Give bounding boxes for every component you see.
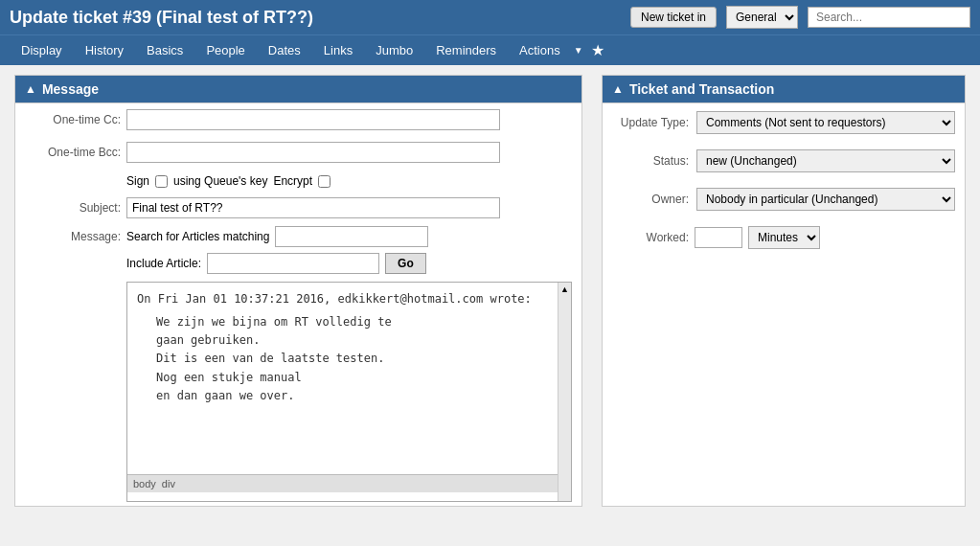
message-panel: ▲ Message One-time Cc: One-time Bcc: Sig… [14, 75, 582, 507]
sign-checkbox[interactable] [155, 175, 168, 188]
queue-select[interactable]: General [726, 6, 798, 29]
status-select[interactable]: new (Unchanged) open stalled resolved [696, 149, 955, 172]
editor-body[interactable]: On Fri Jan 01 10:37:21 2016, edkikkert@h… [127, 283, 571, 474]
subject-input[interactable] [126, 197, 500, 218]
nav-item-display[interactable]: Display [10, 35, 74, 65]
star-icon[interactable]: ★ [583, 37, 612, 63]
encrypt-label: Encrypt [273, 174, 312, 188]
owner-select[interactable]: Nobody in particular (Unchanged) [696, 188, 955, 211]
navigation: Display History Basics People Dates Link… [0, 34, 980, 65]
header: Update ticket #39 (Final test of RT??) N… [0, 0, 980, 34]
nav-item-reminders[interactable]: Reminders [424, 35, 508, 65]
new-ticket-button[interactable]: New ticket in [630, 7, 717, 28]
nav-item-history[interactable]: History [74, 35, 135, 65]
message-panel-title: Message [42, 81, 99, 97]
message-panel-header: ▲ Message [15, 76, 581, 102]
ticket-transaction-title: Ticket and Transaction [629, 81, 774, 97]
nav-item-people[interactable]: People [194, 35, 256, 65]
page-title: Update ticket #39 (Final test of RT??) [10, 8, 621, 28]
editor-wrote-line: On Fri Jan 01 10:37:21 2016, edkikkert@h… [137, 292, 552, 306]
scroll-up-icon: ▲ [560, 284, 569, 294]
ticket-transaction-panel-header: ▲ Ticket and Transaction [603, 76, 965, 102]
message-collapse-icon[interactable]: ▲ [25, 82, 36, 96]
owner-label: Owner: [612, 193, 689, 206]
include-article-row: Include Article: Go [126, 253, 572, 274]
message-row: Message: Search for Articles matching In… [15, 222, 581, 506]
go-button[interactable]: Go [385, 253, 426, 274]
include-article-label: Include Article: [126, 257, 201, 270]
nav-item-basics[interactable]: Basics [135, 35, 194, 65]
message-content: Search for Articles matching Include Art… [126, 226, 572, 502]
one-time-bcc-input[interactable] [126, 142, 500, 163]
sign-label: Sign [126, 174, 149, 188]
search-input[interactable] [808, 7, 970, 28]
editor-toolbar: body div [127, 474, 571, 492]
sign-row: Sign using Queue's key Encrypt [117, 169, 581, 193]
time-unit-select[interactable]: Minutes Hours Days [748, 226, 820, 249]
message-label: Message: [25, 226, 121, 243]
one-time-bcc-label: One-time Bcc: [25, 146, 121, 159]
search-articles-label: Search for Articles matching [126, 230, 269, 243]
include-article-input[interactable] [207, 253, 379, 274]
update-type-select[interactable]: Comments (Not sent to requestors) Reply … [696, 111, 955, 134]
toolbar-body-label: body [133, 478, 156, 489]
editor-scrollbar[interactable]: ▲ [558, 283, 571, 501]
actions-nav-group: Actions ▼ [508, 35, 583, 65]
article-search-row: Search for Articles matching [126, 226, 572, 247]
encrypt-checkbox[interactable] [318, 175, 330, 188]
owner-row: Owner: Nobody in particular (Unchanged) [603, 180, 965, 218]
subject-label: Subject: [25, 201, 121, 215]
one-time-bcc-row: One-time Bcc: [15, 136, 581, 169]
article-search-input[interactable] [275, 226, 428, 247]
nav-item-links[interactable]: Links [312, 35, 364, 65]
one-time-cc-input[interactable] [126, 109, 500, 130]
update-type-row: Update Type: Comments (Not sent to reque… [603, 103, 965, 142]
editor-quoted-text: We zijn we bijna om RT volledig te gaan … [156, 313, 552, 405]
one-time-cc-label: One-time Cc: [25, 113, 121, 126]
worked-label: Worked: [612, 231, 689, 244]
message-editor[interactable]: ▲ On Fri Jan 01 10:37:21 2016, edkikkert… [126, 282, 572, 502]
editor-quoted-pre: We zijn we bijna om RT volledig te gaan … [156, 313, 552, 405]
update-type-label: Update Type: [612, 116, 689, 129]
worked-input[interactable] [695, 227, 742, 248]
status-row: Status: new (Unchanged) open stalled res… [603, 142, 965, 180]
main-content: ▲ Message One-time Cc: One-time Bcc: Sig… [0, 65, 980, 516]
nav-item-actions[interactable]: Actions [508, 35, 572, 65]
toolbar-div-label: div [162, 478, 175, 489]
nav-item-dates[interactable]: Dates [257, 35, 312, 65]
subject-row: Subject: [15, 193, 581, 222]
worked-row: Worked: Minutes Hours Days [603, 218, 965, 257]
status-label: Status: [612, 154, 689, 168]
using-queue-key-label: using Queue's key [173, 174, 267, 188]
ticket-collapse-icon[interactable]: ▲ [612, 82, 624, 96]
nav-item-jumbo[interactable]: Jumbo [364, 35, 424, 65]
ticket-transaction-panel: ▲ Ticket and Transaction Update Type: Co… [602, 75, 966, 507]
actions-dropdown-icon[interactable]: ▼ [574, 45, 583, 56]
one-time-cc-row: One-time Cc: [15, 103, 581, 136]
